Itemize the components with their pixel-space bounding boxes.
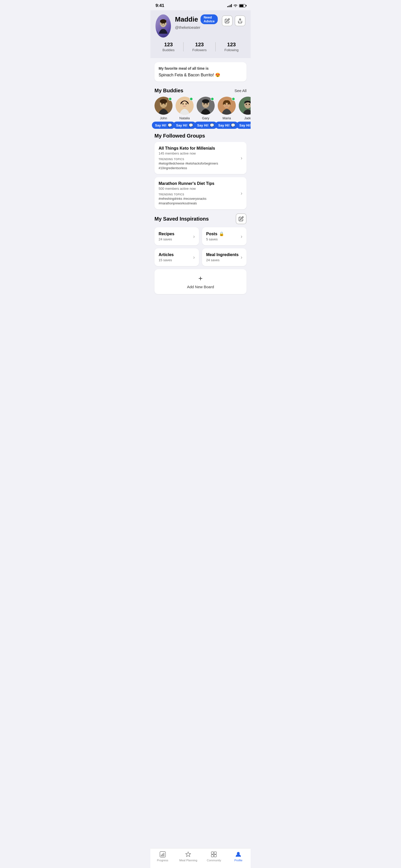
stat-divider-1 bbox=[183, 42, 184, 52]
saved-section-header: My Saved Inspirations bbox=[150, 209, 251, 227]
saved-card-meal-ingredients[interactable]: Meal Ingredients 24 saves › bbox=[202, 248, 247, 266]
svg-point-7 bbox=[162, 23, 162, 24]
list-item: Jade Say Hi! 💬 bbox=[239, 97, 251, 129]
edit-saved-button[interactable] bbox=[236, 213, 247, 224]
say-hi-button[interactable]: Say Hi! 💬 bbox=[215, 122, 238, 129]
share-profile-button[interactable] bbox=[235, 16, 245, 26]
saved-card-recipes[interactable]: Recipes 24 saves › bbox=[154, 227, 199, 245]
buddies-stat[interactable]: 123 Buddies bbox=[162, 42, 175, 52]
chevron-right-icon: › bbox=[241, 190, 242, 196]
profile-name-row: Maddie Need Advice bbox=[175, 14, 218, 24]
meal-planning-icon bbox=[185, 851, 191, 858]
need-advice-badge: Need Advice bbox=[201, 14, 218, 24]
status-icons bbox=[227, 4, 245, 8]
saved-card-posts[interactable]: Posts 🔒 5 saves › bbox=[202, 227, 247, 245]
nav-label-community: Community bbox=[207, 859, 221, 862]
nav-item-progress[interactable]: Progress bbox=[155, 851, 171, 862]
saved-card-title: Articles bbox=[159, 252, 174, 257]
trending-label: TRENDING TOPICS bbox=[159, 158, 238, 161]
bio-text: Spinach Feta & Bacon Burrito! 😍 bbox=[159, 72, 242, 78]
group-name: Marathon Runner's Diet Tips bbox=[159, 181, 238, 186]
buddy-name: Jade bbox=[244, 116, 251, 120]
scroll-content: My favorite meal of all time is Spinach … bbox=[150, 62, 251, 318]
nav-item-meal-planning[interactable]: Meal Planning bbox=[179, 851, 197, 862]
list-item: John Say Hi! 💬 bbox=[154, 97, 173, 129]
svg-point-19 bbox=[183, 103, 184, 105]
bio-label: My favorite meal of all time is bbox=[159, 66, 242, 70]
chevron-right-icon: › bbox=[241, 234, 242, 239]
say-hi-button[interactable]: Say Hi! 💬 bbox=[236, 122, 251, 129]
svg-rect-41 bbox=[211, 855, 214, 857]
buddy-avatar-wrap bbox=[197, 97, 215, 115]
following-count: 123 bbox=[227, 42, 236, 48]
add-new-board-button[interactable]: + Add New Board bbox=[154, 269, 247, 294]
list-item[interactable]: All Things Keto for Millenials 145 membe… bbox=[154, 142, 247, 174]
edit-profile-button[interactable] bbox=[222, 16, 233, 26]
profile-icon bbox=[235, 851, 242, 858]
saved-grid: Recipes 24 saves › Posts 🔒 5 saves › Art… bbox=[150, 227, 251, 266]
buddy-avatar-jade bbox=[239, 97, 251, 115]
chevron-right-icon: › bbox=[241, 254, 242, 260]
wifi-icon bbox=[234, 4, 238, 8]
lock-icon: 🔒 bbox=[219, 231, 224, 236]
svg-point-23 bbox=[202, 99, 209, 103]
svg-point-28 bbox=[225, 103, 226, 105]
buddies-section-title: My Buddies bbox=[154, 88, 183, 94]
nav-item-profile[interactable]: Profile bbox=[230, 851, 246, 862]
svg-rect-36 bbox=[161, 855, 162, 857]
saved-card-title: Meal Ingredients bbox=[206, 252, 239, 257]
profile-handle: @theketoeater bbox=[175, 25, 218, 30]
following-label: Following bbox=[224, 48, 239, 52]
group-info: Marathon Runner's Diet Tips 500 members … bbox=[159, 181, 238, 205]
community-icon bbox=[211, 851, 217, 858]
followers-stat[interactable]: 123 Followers bbox=[192, 42, 207, 52]
groups-section-header: My Followed Groups bbox=[150, 131, 251, 142]
saved-card-count: 24 saves bbox=[159, 237, 174, 241]
progress-icon bbox=[159, 851, 166, 858]
status-time: 9:41 bbox=[156, 3, 164, 8]
svg-rect-42 bbox=[214, 855, 216, 857]
add-board-label: Add New Board bbox=[187, 285, 214, 289]
svg-point-25 bbox=[207, 103, 208, 105]
buddy-name: John bbox=[160, 116, 167, 120]
buddy-avatar-wrap bbox=[176, 97, 193, 115]
following-stat[interactable]: 123 Following bbox=[224, 42, 239, 52]
profile-header: Maddie Need Advice @theketoeater bbox=[150, 10, 251, 58]
group-members: 145 members active now bbox=[159, 151, 238, 155]
svg-point-15 bbox=[161, 103, 162, 105]
nav-label-meal-planning: Meal Planning bbox=[179, 859, 197, 862]
saved-card-title: Posts 🔒 bbox=[206, 231, 224, 236]
stats-row: 123 Buddies 123 Followers 123 Following bbox=[156, 42, 245, 52]
online-indicator bbox=[189, 97, 193, 101]
online-indicator bbox=[211, 97, 214, 101]
buddy-avatar-wrap bbox=[239, 97, 251, 115]
saved-card-count: 15 saves bbox=[159, 258, 174, 262]
plus-icon: + bbox=[198, 274, 203, 283]
bio-card: My favorite meal of all time is Spinach … bbox=[154, 62, 247, 82]
list-item[interactable]: Marathon Runner's Diet Tips 500 members … bbox=[154, 177, 247, 209]
signal-icon bbox=[227, 4, 232, 7]
say-hi-button[interactable]: Say Hi! 💬 bbox=[173, 122, 196, 129]
chevron-right-icon: › bbox=[193, 254, 195, 260]
nav-label-profile: Profile bbox=[235, 859, 242, 862]
say-hi-button[interactable]: Say Hi! 💬 bbox=[152, 122, 175, 129]
trending-tags: #ketogrilledcheese #ketohacksforbeginner… bbox=[159, 162, 238, 170]
nav-label-progress: Progress bbox=[157, 859, 168, 862]
buddies-see-all[interactable]: See All bbox=[235, 88, 247, 93]
nav-item-community[interactable]: Community bbox=[206, 851, 222, 862]
saved-card-articles[interactable]: Articles 15 saves › bbox=[154, 248, 199, 266]
buddies-label: Buddies bbox=[162, 48, 175, 52]
buddy-name: Maria bbox=[223, 116, 231, 120]
saved-section-title: My Saved Inspirations bbox=[154, 216, 209, 222]
svg-point-29 bbox=[228, 103, 229, 105]
followers-label: Followers bbox=[192, 48, 207, 52]
svg-point-24 bbox=[204, 103, 205, 105]
online-indicator bbox=[232, 97, 235, 101]
svg-rect-40 bbox=[214, 852, 216, 854]
svg-point-4 bbox=[160, 19, 166, 22]
groups-list: All Things Keto for Millenials 145 membe… bbox=[150, 142, 251, 209]
followers-count: 123 bbox=[195, 42, 204, 48]
say-hi-button[interactable]: Say Hi! 💬 bbox=[194, 122, 217, 129]
groups-section-title: My Followed Groups bbox=[154, 133, 205, 139]
group-members: 500 members active now bbox=[159, 187, 238, 190]
